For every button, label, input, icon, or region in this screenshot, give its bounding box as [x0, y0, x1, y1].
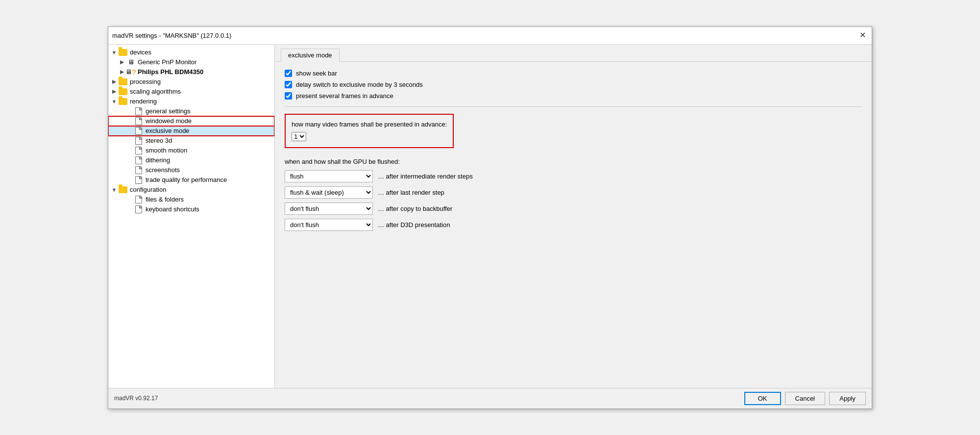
gpu-flush-label-1: … after intermediate render steps	[378, 173, 473, 180]
checkbox-label-show-seek-bar: show seek bar	[296, 70, 337, 77]
sidebar-item-label: rendering	[130, 98, 157, 105]
sidebar-item-label: configuration	[130, 186, 166, 193]
frames-section-box: how many video frames shall be presented…	[285, 114, 454, 148]
monitor-icon: 🖥	[126, 58, 136, 66]
folder-icon	[118, 78, 128, 86]
sidebar-item-general-settings[interactable]: general settings	[108, 106, 274, 116]
sidebar-item-label: keyboard shortcuts	[146, 205, 199, 213]
arrow-icon: ▼	[110, 187, 118, 193]
doc-icon	[134, 176, 144, 184]
doc-icon	[134, 205, 144, 213]
sidebar-item-label: scaling algorithms	[130, 88, 181, 95]
sidebar-item-smooth-motion[interactable]: smooth motion	[108, 146, 274, 155]
gpu-flush-row-3: flush flush & wait (sleep) don't flush ……	[285, 203, 862, 215]
checkbox-row-show-seek-bar: show seek bar	[285, 70, 862, 77]
gpu-flush-row-4: flush flush & wait (sleep) don't flush ……	[285, 219, 862, 231]
version-label: madVR v0.92.17	[114, 395, 158, 402]
sidebar-item-stereo-3d[interactable]: stereo 3d	[108, 136, 274, 146]
sidebar-item-label: smooth motion	[146, 147, 187, 154]
cancel-button[interactable]: Cancel	[785, 392, 825, 405]
sidebar-item-files-folders[interactable]: files & folders	[108, 195, 274, 205]
gpu-flush-label-3: … after copy to backbuffer	[378, 205, 452, 212]
sidebar: ▼ devices ▶ 🖥 Generic PnP Monitor ▶ 🖥? P…	[108, 45, 275, 388]
sidebar-item-label: stereo 3d	[146, 137, 172, 144]
doc-icon	[134, 156, 144, 164]
monitor-question-icon: 🖥?	[126, 68, 136, 76]
title-bar: madVR settings - "MARKSNB" (127.0.0.1) ✕	[108, 27, 872, 45]
checkbox-label-present-frames: present several frames in advance	[296, 92, 393, 100]
panel-content: show seek bar delay switch to exclusive …	[275, 62, 872, 388]
checkbox-row-present-frames: present several frames in advance	[285, 92, 862, 100]
tab-bar: exclusive mode	[275, 45, 872, 62]
sidebar-item-trade-quality[interactable]: trade quality for performance	[108, 175, 274, 185]
sidebar-item-label: files & folders	[146, 196, 184, 203]
doc-icon	[134, 196, 144, 204]
doc-icon	[134, 147, 144, 154]
sidebar-item-keyboard-shortcuts[interactable]: keyboard shortcuts	[108, 205, 274, 214]
folder-icon	[118, 49, 128, 56]
arrow-icon: ▼	[110, 99, 118, 104]
close-button[interactable]: ✕	[858, 31, 868, 39]
gpu-flush-dropdown-2[interactable]: flush flush & wait (sleep) don't flush	[285, 186, 373, 199]
checkbox-present-frames[interactable]	[285, 92, 292, 100]
checkbox-delay-switch[interactable]	[285, 81, 292, 88]
folder-icon	[118, 186, 128, 194]
sidebar-item-label: devices	[130, 49, 151, 56]
doc-icon	[134, 107, 144, 115]
sidebar-item-rendering[interactable]: ▼ rendering	[108, 97, 274, 106]
main-panel: exclusive mode show seek bar delay switc…	[275, 45, 872, 388]
sidebar-item-configuration[interactable]: ▼ configuration	[108, 185, 274, 195]
tab-exclusive-mode[interactable]: exclusive mode	[281, 49, 340, 62]
footer-buttons: OK Cancel Apply	[744, 392, 866, 405]
sidebar-item-dithering[interactable]: dithering	[108, 155, 274, 165]
tab-label: exclusive mode	[288, 51, 332, 59]
doc-icon	[134, 127, 144, 135]
sidebar-item-label: Philips PHL BDM4350	[138, 68, 203, 76]
arrow-icon: ▶	[118, 59, 126, 65]
sidebar-item-scaling-algorithms[interactable]: ▶ scaling algorithms	[108, 87, 274, 97]
gpu-flush-dropdown-1[interactable]: flush flush & wait (sleep) don't flush	[285, 170, 373, 182]
apply-button[interactable]: Apply	[829, 392, 866, 405]
sidebar-item-label: dithering	[146, 156, 170, 164]
main-window: madVR settings - "MARKSNB" (127.0.0.1) ✕…	[108, 26, 872, 409]
arrow-icon: ▶	[110, 88, 118, 95]
content-area: ▼ devices ▶ 🖥 Generic PnP Monitor ▶ 🖥? P…	[108, 45, 872, 388]
frames-section-label: how many video frames shall be presented…	[292, 121, 447, 128]
sidebar-item-screenshots[interactable]: screenshots	[108, 165, 274, 175]
sidebar-item-generic-pnp[interactable]: ▶ 🖥 Generic PnP Monitor	[108, 57, 274, 67]
frames-dropdown[interactable]: 1 2 3 4 5	[292, 132, 306, 141]
sidebar-item-label: windowed mode	[146, 117, 192, 125]
gpu-section-label: when and how shall the GPU be flushed:	[285, 158, 862, 165]
window-title: madVR settings - "MARKSNB" (127.0.0.1)	[112, 32, 231, 39]
folder-icon	[118, 88, 128, 96]
doc-icon	[134, 117, 144, 125]
checkbox-show-seek-bar[interactable]	[285, 70, 292, 77]
gpu-flush-label-2: … after last render step	[378, 189, 444, 196]
sidebar-item-exclusive-mode[interactable]: exclusive mode	[108, 126, 274, 136]
arrow-icon: ▼	[110, 50, 118, 55]
folder-icon	[118, 98, 128, 105]
sidebar-item-processing[interactable]: ▶ processing	[108, 77, 274, 87]
sidebar-item-label: trade quality for performance	[146, 176, 227, 183]
sidebar-item-devices[interactable]: ▼ devices	[108, 48, 274, 57]
footer: madVR v0.92.17 OK Cancel Apply	[108, 388, 872, 409]
separator-1	[285, 106, 862, 107]
checkbox-label-delay-switch: delay switch to exclusive mode by 3 seco…	[296, 81, 423, 88]
ok-button[interactable]: OK	[744, 392, 781, 405]
sidebar-item-label: general settings	[146, 107, 191, 115]
arrow-icon: ▶	[110, 78, 118, 85]
gpu-flush-dropdown-3[interactable]: flush flush & wait (sleep) don't flush	[285, 203, 373, 215]
sidebar-item-label: screenshots	[146, 166, 180, 174]
gpu-flush-label-4: … after D3D presentation	[378, 221, 450, 229]
checkbox-row-delay-switch: delay switch to exclusive mode by 3 seco…	[285, 81, 862, 88]
sidebar-item-windowed-mode[interactable]: windowed mode	[108, 116, 274, 126]
arrow-icon: ▶	[118, 69, 126, 75]
sidebar-item-label: exclusive mode	[146, 127, 190, 134]
doc-icon	[134, 137, 144, 145]
sidebar-item-philips[interactable]: ▶ 🖥? Philips PHL BDM4350	[108, 67, 274, 77]
gpu-flush-row-2: flush flush & wait (sleep) don't flush ……	[285, 186, 862, 199]
sidebar-item-label: processing	[130, 78, 161, 85]
gpu-flush-row-1: flush flush & wait (sleep) don't flush ……	[285, 170, 862, 182]
gpu-flush-dropdown-4[interactable]: flush flush & wait (sleep) don't flush	[285, 219, 373, 231]
sidebar-item-label: Generic PnP Monitor	[138, 58, 196, 66]
